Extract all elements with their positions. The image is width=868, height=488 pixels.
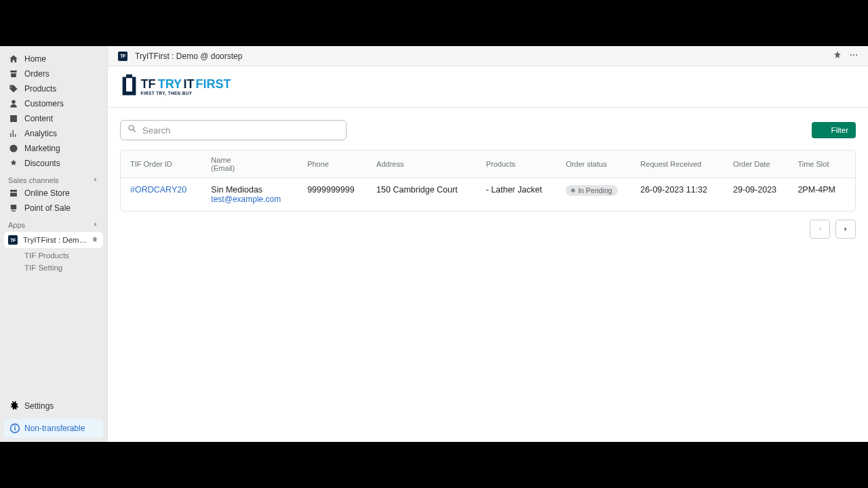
svg-text:IT: IT <box>184 77 195 91</box>
next-page-button[interactable] <box>835 220 856 239</box>
table-row[interactable]: #ORDCARY20 Sin Mediodas test@example.com… <box>121 178 855 211</box>
th-phone: Phone <box>302 150 371 178</box>
sidebar-item-label: Content <box>24 114 53 123</box>
search-icon <box>127 124 142 136</box>
products-icon <box>8 83 19 94</box>
sidebar-item-label: Discounts <box>24 159 60 168</box>
sidebar-item-home[interactable]: Home <box>0 52 107 66</box>
th-products: Products <box>481 150 561 178</box>
sidebar-item-discounts[interactable]: Discounts <box>0 156 107 171</box>
app-label: TryITFirst : Demo @ d... <box>23 236 91 244</box>
app-sub-tif-setting[interactable]: TIF Setting <box>0 262 107 274</box>
sidebar-item-label: Home <box>24 54 46 64</box>
order-date-cell: 29-09-2023 <box>728 178 792 211</box>
svg-rect-1 <box>14 427 16 430</box>
customer-email[interactable]: test@example.com <box>211 195 296 204</box>
svg-text:TRY: TRY <box>158 77 182 91</box>
customers-icon <box>8 98 19 109</box>
th-name-email: Name (Email) <box>205 150 302 178</box>
non-transferable-notice[interactable]: Non-transferable <box>4 419 103 438</box>
sidebar-item-label: Analytics <box>24 129 57 138</box>
sidebar-item-label: Point of Sale <box>24 203 71 213</box>
app-sub-tif-products[interactable]: TIF Products <box>0 249 107 262</box>
sidebar-item-label: Products <box>24 84 56 94</box>
topbar: TF TryITFirst : Demo @ doorstep <box>108 46 868 66</box>
store-icon <box>8 188 19 199</box>
sidebar-item-customers[interactable]: Customers <box>0 96 107 111</box>
sidebar: Home Orders Products Customers Content A… <box>0 46 108 442</box>
info-icon <box>9 423 20 434</box>
content-area: TF TRY IT FIRST FIRST TRY, THEN BUY Filt… <box>108 66 868 442</box>
svg-rect-2 <box>14 426 16 427</box>
sidebar-item-label: Online Store <box>24 188 70 198</box>
sidebar-item-label: Orders <box>24 69 50 79</box>
app-icon: TF <box>117 51 128 62</box>
more-icon[interactable] <box>849 50 859 62</box>
pin-icon[interactable] <box>91 235 99 245</box>
prev-page-button[interactable] <box>810 220 830 239</box>
sidebar-item-settings[interactable]: Settings <box>0 397 107 415</box>
toolbar: Filter <box>108 108 868 150</box>
chevron-right-icon <box>92 221 99 229</box>
page-title: TryITFirst : Demo @ doorstep <box>135 52 242 61</box>
app-icon: TF <box>8 235 18 245</box>
chevron-left-icon <box>816 224 823 235</box>
home-icon <box>8 54 19 64</box>
sidebar-item-online-store[interactable]: Online Store <box>0 186 107 201</box>
orders-icon <box>8 68 19 79</box>
gear-icon <box>8 401 19 411</box>
th-order-date: Order Date <box>728 150 792 178</box>
sidebar-app-active[interactable]: TF TryITFirst : Demo @ d... <box>4 232 103 248</box>
pagination <box>108 211 868 247</box>
discounts-icon <box>8 158 19 169</box>
status-badge: In Pending <box>566 185 617 196</box>
th-order-id: TIF Order ID <box>121 150 205 178</box>
sidebar-section-sales-channels[interactable]: Sales channels <box>0 171 107 186</box>
search-input[interactable] <box>142 125 339 136</box>
settings-label: Settings <box>24 401 54 411</box>
th-status: Order status <box>560 150 635 178</box>
chevron-right-icon <box>842 224 849 235</box>
sidebar-item-products[interactable]: Products <box>0 81 107 96</box>
svg-text:TF: TF <box>141 77 156 91</box>
time-slot-cell: 2PM-4PM <box>792 178 855 211</box>
marketing-icon <box>8 143 19 154</box>
sidebar-section-apps[interactable]: Apps <box>0 216 107 230</box>
svg-point-5 <box>856 54 857 55</box>
sidebar-item-orders[interactable]: Orders <box>0 66 107 81</box>
sidebar-item-label: Customers <box>24 99 64 108</box>
content-icon <box>8 113 19 124</box>
filter-icon <box>819 125 831 135</box>
order-link[interactable]: #ORDCARY20 <box>130 185 186 195</box>
sidebar-item-content[interactable]: Content <box>0 111 107 126</box>
section-label: Sales channels <box>8 176 59 184</box>
filter-label: Filter <box>831 126 848 134</box>
search-box[interactable] <box>120 120 347 140</box>
main: TF TryITFirst : Demo @ doorstep TF TRY I… <box>108 46 868 442</box>
sidebar-item-point-of-sale[interactable]: Point of Sale <box>0 201 107 216</box>
sidebar-item-label: Marketing <box>24 144 60 153</box>
sidebar-item-marketing[interactable]: Marketing <box>0 141 107 156</box>
pos-icon <box>8 203 19 214</box>
section-label: Apps <box>8 221 25 229</box>
analytics-icon <box>8 128 19 139</box>
th-time-slot: Time Slot <box>792 150 855 178</box>
svg-text:FIRST TRY, THEN BUY: FIRST TRY, THEN BUY <box>141 91 193 96</box>
pin-icon[interactable] <box>833 50 842 62</box>
received-cell: 26-09-2023 11:32 <box>635 178 728 211</box>
status-dot-icon <box>571 188 575 192</box>
orders-table: TIF Order ID Name (Email) Phone Address … <box>120 150 856 211</box>
svg-text:FIRST: FIRST <box>196 77 231 91</box>
chevron-right-icon <box>92 176 99 184</box>
th-address: Address <box>371 150 481 178</box>
th-received: Request Received <box>635 150 728 178</box>
sidebar-item-analytics[interactable]: Analytics <box>0 126 107 141</box>
products-cell: - Lather Jacket <box>481 178 561 211</box>
brand-logo: TF TRY IT FIRST FIRST TRY, THEN BUY <box>108 66 868 108</box>
phone-cell: 9999999999 <box>302 178 371 211</box>
address-cell: 150 Cambridge Court <box>371 178 481 211</box>
filter-button[interactable]: Filter <box>812 122 856 138</box>
customer-name: Sin Mediodas <box>211 185 296 195</box>
non-transferable-label: Non-transferable <box>24 424 85 433</box>
svg-point-4 <box>853 54 854 55</box>
